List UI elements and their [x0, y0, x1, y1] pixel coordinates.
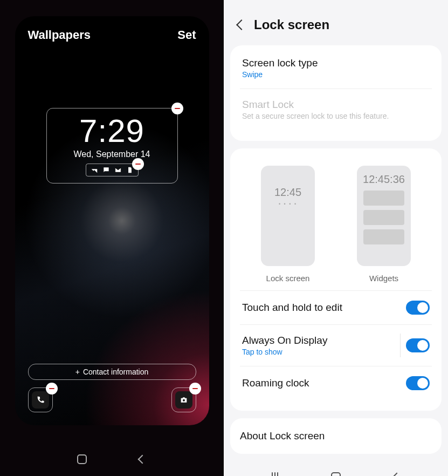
lockscreen-preview-frame: Wallpapers Set 7:29 Wed, September 14 + …: [15, 16, 209, 425]
lockscreen-preview-col[interactable]: 12:45 • • • • Lock screen: [261, 166, 315, 283]
lockscreen-mini-preview: 12:45 • • • •: [261, 166, 315, 266]
wallpapers-button[interactable]: Wallpapers: [28, 28, 91, 42]
nav-back-icon[interactable]: [392, 473, 402, 476]
camera-icon: [175, 391, 192, 409]
wallpaper-editor-pane: Wallpapers Set 7:29 Wed, September 14 + …: [0, 0, 224, 476]
set-button[interactable]: Set: [177, 28, 196, 42]
missed-call-icon: [91, 166, 98, 174]
aod-label: Always On Display: [242, 335, 327, 346]
contact-info-label: Contact information: [83, 368, 148, 376]
left-shortcut[interactable]: [28, 387, 53, 412]
mini-widgets-time: 12:45:36: [357, 173, 411, 186]
screen-lock-type-row[interactable]: Screen lock type Swipe: [240, 56, 432, 89]
nav-home-icon[interactable]: [331, 472, 341, 476]
preview-row: 12:45 • • • • Lock screen 12:45:36 Widge…: [240, 159, 432, 285]
smart-lock-label: Smart Lock: [242, 99, 389, 111]
smart-lock-sub: Set a secure screen lock to use this fea…: [242, 112, 389, 120]
editor-topbar: Wallpapers Set: [15, 28, 209, 42]
smart-lock-row: Smart Lock Set a secure screen lock to u…: [240, 89, 432, 130]
remove-clock-badge[interactable]: [171, 103, 183, 114]
svg-point-0: [183, 399, 185, 402]
roaming-clock-row[interactable]: Roaming clock: [240, 366, 432, 400]
clock-time: 7:29: [79, 115, 144, 147]
nav-recents-icon[interactable]: [272, 472, 278, 476]
plus-icon: +: [75, 368, 80, 376]
roaming-clock-toggle[interactable]: [406, 376, 430, 390]
roaming-clock-label: Roaming clock: [242, 377, 309, 389]
right-shortcut[interactable]: [171, 387, 196, 412]
screen-lock-type-label: Screen lock type: [242, 57, 318, 69]
contact-info-widget[interactable]: + Contact information: [28, 364, 196, 380]
right-system-navbar: [224, 461, 448, 476]
touch-hold-toggle[interactable]: [406, 301, 430, 315]
mail-icon: [114, 166, 122, 174]
lock-screen-settings-pane: Lock screen Screen lock type Swipe Smart…: [224, 0, 448, 476]
back-icon[interactable]: [236, 19, 247, 30]
screen-lock-type-value: Swipe: [242, 70, 318, 79]
about-label: About Lock screen: [240, 430, 325, 441]
about-card[interactable]: About Lock screen: [230, 418, 442, 454]
aod-toggle[interactable]: [406, 338, 430, 352]
touch-hold-label: Touch and hold to edit: [242, 302, 342, 314]
lockscreen-preview-label: Lock screen: [266, 274, 310, 283]
page-title: Lock screen: [254, 17, 329, 32]
notification-icon-row[interactable]: [86, 164, 139, 176]
widgets-preview-label: Widgets: [369, 274, 398, 283]
clock-widget[interactable]: 7:29 Wed, September 14: [46, 108, 178, 183]
remove-icons-badge[interactable]: [132, 158, 144, 170]
widgets-preview-col[interactable]: 12:45:36 Widgets: [357, 166, 411, 283]
aod-row[interactable]: Always On Display Tap to show: [240, 324, 432, 366]
mini-clock-dots: • • • •: [261, 201, 315, 207]
touch-hold-row[interactable]: Touch and hold to edit: [240, 290, 432, 324]
aod-sub: Tap to show: [242, 348, 327, 356]
settings-header: Lock screen: [224, 0, 448, 45]
widgets-mini-preview: 12:45:36: [357, 166, 411, 266]
preview-and-toggles-card: 12:45 • • • • Lock screen 12:45:36 Widge…: [230, 148, 442, 411]
remove-right-shortcut-badge[interactable]: [189, 383, 201, 395]
mini-clock-time: 12:45: [261, 186, 315, 199]
message-icon: [102, 166, 110, 174]
remove-left-shortcut-badge[interactable]: [46, 383, 58, 395]
phone-icon: [32, 391, 49, 409]
nav-back-icon[interactable]: [136, 453, 148, 465]
left-system-navbar: [0, 453, 224, 465]
nav-home-icon[interactable]: [76, 453, 88, 465]
lock-type-card: Screen lock type Swipe Smart Lock Set a …: [230, 45, 442, 141]
